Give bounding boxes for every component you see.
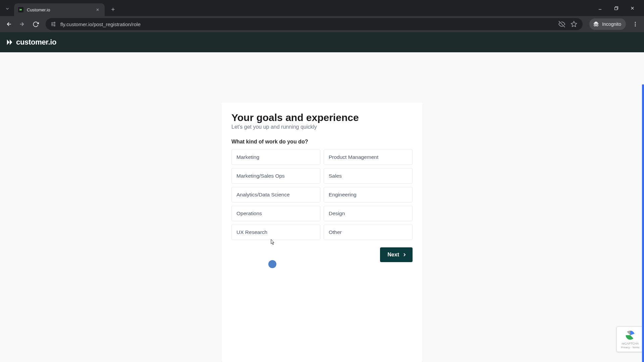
svg-marker-18 — [571, 21, 577, 27]
next-button-label: Next — [387, 252, 399, 258]
reload-button[interactable] — [30, 19, 41, 29]
svg-point-16 — [54, 25, 55, 26]
role-option-sales[interactable]: Sales — [324, 168, 413, 184]
option-label: Design — [329, 210, 345, 217]
forward-button[interactable] — [17, 19, 28, 29]
role-option-engineering[interactable]: Engineering — [324, 187, 413, 202]
role-option-operations[interactable]: Operations — [231, 206, 320, 221]
onboarding-card: Your goals and experience Let's get you … — [221, 103, 423, 362]
role-option-product-management[interactable]: Product Management — [324, 149, 413, 165]
option-label: Analytics/Data Science — [236, 192, 290, 198]
browser-menu-button[interactable] — [630, 19, 641, 29]
recaptcha-badge[interactable]: reCAPTCHA Privacy - Terms — [616, 326, 644, 352]
svg-point-24 — [635, 25, 636, 26]
svg-point-23 — [635, 24, 636, 25]
highlight-dot — [268, 260, 276, 268]
tab-favicon — [18, 7, 23, 12]
chevron-right-icon — [402, 252, 407, 257]
role-option-marketing[interactable]: Marketing — [231, 149, 320, 165]
address-bar[interactable]: fly.customer.io/post_registration/role — [46, 18, 583, 30]
role-option-other[interactable]: Other — [324, 225, 413, 240]
browser-tab[interactable]: Customer.io — [14, 3, 105, 16]
close-tab-icon[interactable] — [95, 7, 101, 13]
role-options-grid: Marketing Product Management Marketing/S… — [231, 149, 413, 240]
back-button[interactable] — [3, 19, 14, 29]
svg-point-20 — [596, 24, 598, 26]
role-option-design[interactable]: Design — [324, 206, 413, 221]
incognito-indicator[interactable]: Incognito — [589, 18, 626, 30]
eye-off-icon[interactable] — [558, 21, 566, 27]
option-label: Sales — [329, 173, 342, 179]
minimize-button[interactable] — [595, 3, 605, 13]
role-option-marketing-sales-ops[interactable]: Marketing/Sales Ops — [231, 168, 320, 184]
svg-point-12 — [54, 22, 55, 23]
svg-point-19 — [594, 24, 596, 26]
option-label: Marketing/Sales Ops — [236, 173, 285, 179]
svg-point-14 — [52, 24, 53, 25]
recaptcha-label: reCAPTCHA — [622, 342, 639, 346]
option-label: Marketing — [236, 154, 259, 160]
card-subheading: Let's get you up and running quickly — [231, 124, 413, 130]
option-label: Engineering — [329, 192, 357, 198]
next-button[interactable]: Next — [380, 247, 413, 262]
brand-logo[interactable]: customer.io — [6, 38, 56, 47]
scrollbar-indicator[interactable] — [642, 84, 644, 362]
option-label: Operations — [236, 210, 262, 217]
incognito-icon — [593, 21, 599, 27]
recaptcha-links: Privacy - Terms — [621, 346, 640, 349]
incognito-label: Incognito — [602, 21, 621, 27]
tab-search-dropdown[interactable] — [3, 4, 12, 13]
svg-rect-6 — [614, 7, 617, 10]
brand-text: customer.io — [16, 38, 56, 47]
tab-title: Customer.io — [27, 7, 95, 12]
recaptcha-icon — [625, 329, 636, 341]
brand-mark-icon — [6, 39, 13, 46]
new-tab-button[interactable] — [108, 4, 118, 14]
site-settings-icon[interactable] — [50, 21, 56, 27]
browser-toolbar: fly.customer.io/post_registration/role I… — [0, 16, 644, 32]
option-label: Other — [329, 229, 342, 235]
card-heading: Your goals and experience — [231, 112, 413, 123]
app-header: customer.io — [0, 32, 644, 52]
page-body: Your goals and experience Let's get you … — [0, 52, 644, 362]
role-option-analytics-data-science[interactable]: Analytics/Data Science — [231, 187, 320, 202]
question-label: What kind of work do you do? — [231, 139, 413, 145]
card-actions: Next — [231, 247, 413, 262]
close-window-button[interactable] — [627, 3, 637, 13]
option-label: UX Research — [236, 229, 267, 235]
page-viewport: customer.io Your goals and experience Le… — [0, 32, 644, 362]
maximize-button[interactable] — [611, 3, 621, 13]
url-text: fly.customer.io/post_registration/role — [60, 21, 554, 27]
window-controls — [595, 3, 641, 13]
svg-point-22 — [635, 22, 636, 23]
bookmark-star-icon[interactable] — [570, 21, 578, 27]
browser-tab-strip: Customer.io — [0, 0, 644, 16]
role-option-ux-research[interactable]: UX Research — [231, 225, 320, 240]
option-label: Product Management — [329, 154, 378, 160]
